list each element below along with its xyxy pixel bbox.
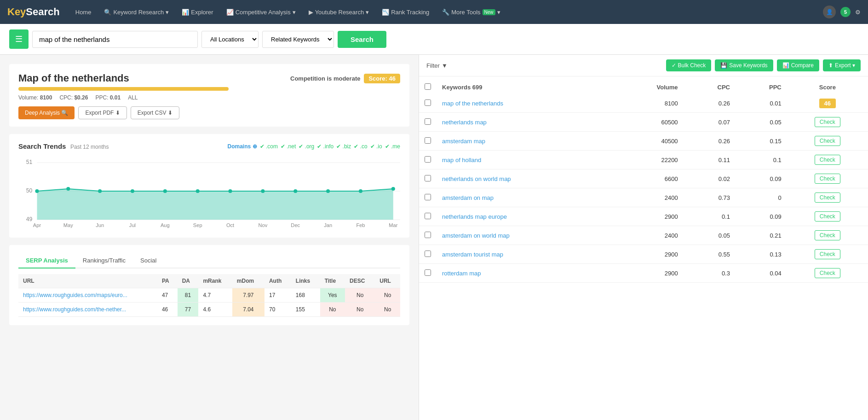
- nav-youtube-research[interactable]: ▶ Youtube Research ▾: [304, 6, 374, 18]
- table-row: https://www.roughguides.com/maps/euro...…: [18, 288, 400, 303]
- nav-explorer[interactable]: 📊 Explorer: [177, 6, 218, 18]
- search-input[interactable]: [32, 31, 198, 48]
- kw-checkbox[interactable]: [425, 194, 431, 200]
- select-all-checkbox[interactable]: [425, 83, 431, 90]
- check-button[interactable]: Check: [815, 211, 840, 222]
- kw-checkbox-cell: [419, 169, 437, 188]
- main-layout: Map of the netherlands Competition is mo…: [0, 55, 868, 420]
- keyword-type-select[interactable]: Related Keywords Exact Keywords Broad Ke…: [262, 31, 334, 48]
- kw-checkbox[interactable]: [425, 137, 431, 144]
- serp-url[interactable]: https://www.roughguides.com/the-nether..…: [18, 303, 157, 317]
- check-button[interactable]: Check: [815, 249, 840, 259]
- kw-cpc: 0.3: [684, 264, 736, 283]
- check-button[interactable]: Check: [815, 268, 840, 278]
- kw-cpc: 0.07: [684, 113, 736, 132]
- tab-social[interactable]: Social: [133, 253, 164, 268]
- domains-label[interactable]: Domains ⊕: [228, 143, 257, 150]
- check-button[interactable]: Check: [815, 174, 840, 184]
- check-button[interactable]: Check: [815, 192, 840, 203]
- keyword-link[interactable]: netherlands on world map: [442, 175, 511, 182]
- keyword-meta: Volume: 8100 CPC: $0.26 PPC: 0.01 ALL: [18, 94, 400, 101]
- nav-rank-tracking[interactable]: 📉 Rank Tracking: [377, 6, 434, 18]
- kw-checkbox-cell: [419, 188, 437, 207]
- user-avatar[interactable]: 👤: [823, 6, 836, 18]
- settings-icon[interactable]: ⚙: [855, 9, 861, 16]
- keyword-link[interactable]: amsterdam map: [442, 138, 485, 145]
- svg-point-13: [229, 189, 232, 193]
- serp-pa: 47: [157, 288, 178, 303]
- trends-header: Search Trends Past 12 months Domains ⊕ ✔…: [18, 142, 400, 150]
- location-select[interactable]: All Locations: [201, 31, 259, 48]
- list-item: amsterdam tourist map 2900 0.55 0.13 Che…: [419, 245, 868, 264]
- kw-checkbox-cell: [419, 245, 437, 264]
- kw-score: Check: [787, 151, 868, 169]
- keyword-link[interactable]: amsterdam on map: [442, 194, 494, 201]
- nav-more-tools[interactable]: 🔧 More Tools New ▾: [437, 6, 505, 18]
- kw-checkbox[interactable]: [425, 269, 431, 276]
- domain-net: ✔ .net: [281, 143, 296, 150]
- folder-icon[interactable]: ☰: [9, 29, 29, 49]
- export-csv-button[interactable]: Export CSV ⬇: [131, 106, 179, 119]
- col-url2: URL: [375, 274, 400, 288]
- filter-button[interactable]: Filter ▼: [426, 62, 448, 69]
- search-bar: ☰ All Locations Related Keywords Exact K…: [0, 24, 868, 55]
- svg-text:Jun: Jun: [96, 222, 104, 228]
- col-check: [419, 79, 437, 96]
- nav-keyword-research[interactable]: 🔍 Keyword Research ▾: [99, 6, 173, 18]
- keyword-link[interactable]: map of holland: [442, 157, 481, 163]
- serp-tabs: SERP Analysis Rankings/Traffic Social: [18, 253, 400, 268]
- svg-text:Oct: Oct: [226, 222, 234, 228]
- keyword-link[interactable]: netherlands map: [442, 119, 487, 126]
- nav-competitive-analysis[interactable]: 📈 Competitive Analysis ▾: [222, 6, 300, 18]
- svg-text:Feb: Feb: [356, 222, 365, 228]
- keyword-link[interactable]: amsterdam tourist map: [442, 251, 503, 258]
- kw-checkbox[interactable]: [425, 232, 431, 238]
- svg-point-10: [131, 189, 134, 193]
- notification-badge[interactable]: 5: [840, 7, 851, 17]
- kw-ppc: 0.15: [736, 132, 787, 151]
- domain-io: ✔ .io: [370, 143, 382, 150]
- svg-point-16: [326, 189, 330, 193]
- bulk-check-button[interactable]: ✓ Bulk Check: [666, 59, 712, 71]
- all-label: ALL: [128, 94, 138, 101]
- competition-info: Competition is moderate Score: 46: [290, 74, 400, 83]
- chevron-down-icon-ca: ▾: [293, 9, 296, 16]
- svg-point-12: [196, 189, 200, 193]
- col-cpc: CPC: [684, 79, 736, 96]
- export-pdf-button[interactable]: Export PDF ⬇: [78, 106, 126, 119]
- tab-rankings-traffic[interactable]: Rankings/Traffic: [75, 253, 133, 268]
- kw-volume: 6600: [612, 169, 683, 188]
- kw-checkbox[interactable]: [425, 118, 431, 125]
- list-item: rotterdam map 2900 0.3 0.04 Check: [419, 264, 868, 283]
- export-button[interactable]: ⬆ Export ▾: [823, 59, 861, 71]
- kw-keyword: netherlands map: [437, 113, 612, 132]
- kw-checkbox[interactable]: [425, 213, 431, 219]
- keyword-link[interactable]: amsterdam on world map: [442, 232, 510, 239]
- keyword-link[interactable]: rotterdam map: [442, 270, 481, 277]
- search-button[interactable]: Search: [338, 31, 386, 48]
- svg-point-7: [35, 189, 39, 193]
- svg-text:May: May: [63, 222, 73, 228]
- kw-score: Check: [787, 264, 868, 283]
- keyword-link[interactable]: netherlands map europe: [442, 213, 507, 220]
- serp-url2: No: [375, 288, 400, 303]
- trends-section: Search Trends Past 12 months Domains ⊕ ✔…: [9, 134, 409, 238]
- kw-checkbox[interactable]: [425, 251, 431, 257]
- keyword-title-row: Map of the netherlands Competition is mo…: [18, 72, 400, 84]
- tab-serp-analysis[interactable]: SERP Analysis: [18, 253, 75, 268]
- compare-button[interactable]: 📊 Compare: [777, 59, 819, 71]
- deep-analysis-button[interactable]: Deep Analysis 🔍: [18, 106, 75, 119]
- keyword-link[interactable]: map of the netherlands: [442, 100, 503, 107]
- save-keywords-button[interactable]: 💾 Save Keywords: [715, 59, 773, 71]
- kw-checkbox[interactable]: [425, 156, 431, 163]
- serp-url[interactable]: https://www.roughguides.com/maps/euro...: [18, 288, 157, 303]
- check-button[interactable]: Check: [815, 136, 840, 146]
- nav-home[interactable]: Home: [71, 6, 96, 18]
- check-button[interactable]: Check: [815, 155, 840, 165]
- kw-checkbox[interactable]: [425, 175, 431, 181]
- kw-score: Check: [787, 245, 868, 264]
- check-button[interactable]: Check: [815, 117, 840, 127]
- keyword-actions: Deep Analysis 🔍 Export PDF ⬇ Export CSV …: [18, 106, 400, 119]
- check-button[interactable]: Check: [815, 230, 840, 240]
- kw-checkbox[interactable]: [425, 99, 431, 106]
